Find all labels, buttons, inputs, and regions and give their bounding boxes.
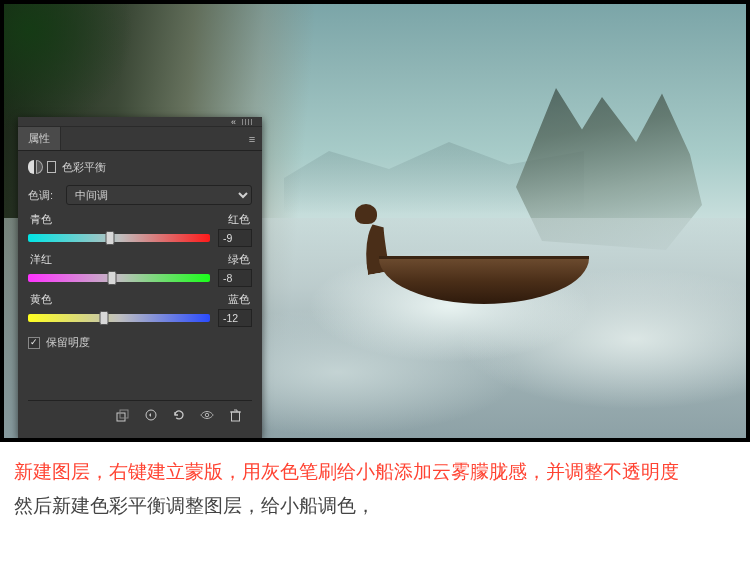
- label-blue: 蓝色: [228, 293, 250, 307]
- label-red: 红色: [228, 213, 250, 227]
- panel-body: 色彩平衡 色调: 中间调 青色 红色 -9: [18, 151, 262, 438]
- slider-magenta-green: 洋红 绿色 -8: [28, 253, 252, 287]
- tone-row: 色调: 中间调: [28, 185, 252, 205]
- adjustment-name: 色彩平衡: [62, 160, 106, 175]
- label-cyan: 青色: [30, 213, 52, 227]
- preserve-luminosity-row: ✓ 保留明度: [28, 335, 252, 350]
- slider-track-mg[interactable]: [28, 274, 210, 282]
- collapse-icon[interactable]: «: [231, 117, 236, 127]
- slider-track-yb[interactable]: [28, 314, 210, 322]
- preserve-luminosity-label: 保留明度: [46, 335, 90, 350]
- boat-hull: [379, 256, 589, 304]
- value-cr[interactable]: -9: [218, 229, 252, 247]
- trash-icon[interactable]: [228, 408, 242, 422]
- boat-figurehead: [355, 204, 377, 224]
- slider-thumb-cr[interactable]: [105, 231, 114, 245]
- properties-panel: « 属性 ≡ 色彩平衡 色调: 中间调 青色: [18, 117, 262, 438]
- label-green: 绿色: [228, 253, 250, 267]
- clip-to-layer-icon[interactable]: [116, 408, 130, 422]
- value-yb[interactable]: -12: [218, 309, 252, 327]
- slider-thumb-mg[interactable]: [107, 271, 116, 285]
- svg-rect-1: [120, 410, 128, 418]
- svg-rect-4: [231, 412, 239, 421]
- scene-boat: [369, 214, 599, 304]
- tone-label: 色调:: [28, 188, 60, 203]
- adjustment-header: 色彩平衡: [28, 159, 252, 175]
- panel-tabs: 属性 ≡: [18, 127, 262, 151]
- view-previous-icon[interactable]: [144, 408, 158, 422]
- slider-thumb-yb[interactable]: [100, 311, 109, 325]
- slider-yellow-blue: 黄色 蓝色 -12: [28, 293, 252, 327]
- visibility-icon[interactable]: [200, 408, 214, 422]
- slider-track-cr[interactable]: [28, 234, 210, 242]
- svg-point-3: [205, 413, 209, 417]
- panel-footer: [28, 400, 252, 428]
- composite-canvas: « 属性 ≡ 色彩平衡 色调: 中间调 青色: [0, 0, 750, 442]
- label-yellow: 黄色: [30, 293, 52, 307]
- value-mg[interactable]: -8: [218, 269, 252, 287]
- caption-line-2: 然后新建色彩平衡调整图层，给小船调色，: [14, 490, 736, 522]
- slider-cyan-red: 青色 红色 -9: [28, 213, 252, 247]
- preserve-luminosity-checkbox[interactable]: ✓: [28, 337, 40, 349]
- tone-select[interactable]: 中间调: [66, 185, 252, 205]
- caption-line-1: 新建图层，右键建立蒙版，用灰色笔刷给小船添加云雾朦胧感，并调整不透明度: [14, 456, 736, 488]
- caption-block: 新建图层，右键建立蒙版，用灰色笔刷给小船添加云雾朦胧感，并调整不透明度 然后新建…: [0, 442, 750, 541]
- scene-foliage: [4, 4, 134, 134]
- reset-icon[interactable]: [172, 408, 186, 422]
- panel-menu-icon[interactable]: ≡: [242, 127, 262, 150]
- label-magenta: 洋红: [30, 253, 52, 267]
- tab-properties[interactable]: 属性: [18, 127, 61, 150]
- panel-drag-handle[interactable]: «: [18, 117, 262, 127]
- svg-rect-0: [117, 413, 125, 421]
- color-balance-icon: [28, 159, 56, 175]
